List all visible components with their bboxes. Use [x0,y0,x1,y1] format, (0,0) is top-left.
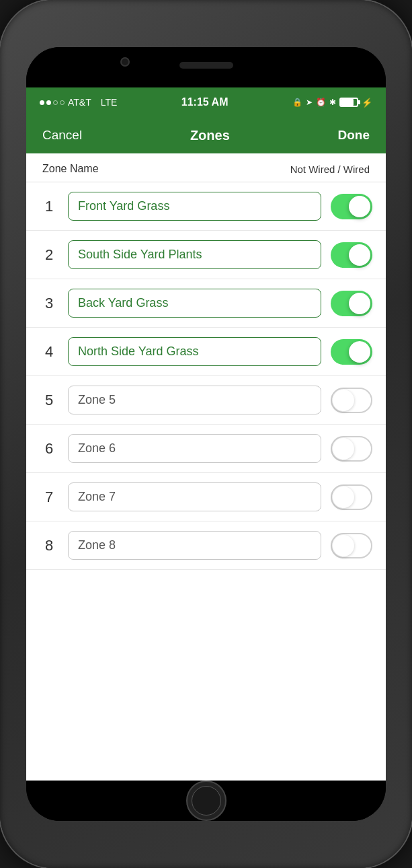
phone-bottom [26,781,386,821]
screen-area: AT&T LTE 11:15 AM 🔒 ➤ ⏰ ✱ ⚡ [26,47,386,821]
battery-indicator [339,98,358,107]
toggle-knob-2 [349,244,370,266]
phone-screen: AT&T LTE 11:15 AM 🔒 ➤ ⏰ ✱ ⚡ [26,87,386,781]
zone-number-6: 6 [40,440,58,458]
zone-number-7: 7 [40,489,58,506]
column-headers: Zone Name Not Wired / Wired [26,153,386,182]
zone-number-3: 3 [40,295,58,312]
home-button[interactable] [186,781,226,821]
zone-row-4: 4 [26,328,386,376]
zone-row-8: 8 [26,521,386,570]
zone-toggle-4[interactable] [331,339,372,365]
zone-name-input-1[interactable] [68,192,321,221]
zone-number-4: 4 [40,343,58,361]
zone-toggle-8[interactable] [331,533,372,558]
zone-toggle-1[interactable] [331,194,372,219]
zone-row-3: 3 [26,279,386,328]
cancel-button[interactable]: Cancel [40,122,85,148]
zone-toggle-5[interactable] [331,388,372,413]
zone-name-input-4[interactable] [68,337,321,366]
speaker [179,62,233,69]
zone-toggle-3[interactable] [331,291,372,316]
content-area: Zone Name Not Wired / Wired 12345678 [26,153,386,781]
bluetooth-icon: ✱ [329,98,336,107]
zone-number-2: 2 [40,246,58,264]
nav-bar: Cancel Zones Done [26,117,386,153]
lock-icon: 🔒 [292,98,302,107]
toggle-knob-1 [349,196,370,217]
zone-name-input-6[interactable] [68,434,321,463]
phone-top [26,47,386,87]
network-label: LTE [101,97,118,108]
zone-row-6: 6 [26,425,386,473]
zone-row-2: 2 [26,231,386,279]
carrier-label: AT&T [68,97,91,108]
zone-number-5: 5 [40,392,58,409]
zone-number-8: 8 [40,537,58,554]
zone-name-input-7[interactable] [68,482,321,511]
zone-name-input-3[interactable] [68,289,321,318]
signal-dot-1 [40,100,44,105]
zone-row-1: 1 [26,182,386,231]
phone-frame: AT&T LTE 11:15 AM 🔒 ➤ ⏰ ✱ ⚡ [0,0,412,868]
location-icon: ➤ [306,98,313,107]
toggle-knob-6 [333,438,354,460]
zone-toggle-2[interactable] [331,242,372,268]
home-button-inner [192,786,221,816]
col-wired-label: Not Wired / Wired [290,164,370,175]
signal-dot-4 [60,100,65,105]
zone-name-input-8[interactable] [68,531,321,560]
status-time: 11:15 AM [181,96,229,108]
zone-row-7: 7 [26,473,386,521]
status-right: 🔒 ➤ ⏰ ✱ ⚡ [292,98,372,108]
toggle-knob-3 [349,293,370,314]
zone-name-input-5[interactable] [68,386,321,414]
signal-dot-2 [46,100,51,105]
toggle-knob-8 [333,535,354,556]
zone-number-1: 1 [40,198,58,215]
signal-dot-3 [53,100,58,105]
zone-row-5: 5 [26,376,386,425]
battery-fill [341,99,354,106]
toggle-knob-5 [333,390,354,411]
zones-list: 12345678 [26,182,386,570]
signal-strength [40,100,65,105]
toggle-knob-4 [349,341,370,363]
done-button[interactable]: Done [335,122,373,148]
status-left: AT&T LTE [40,97,117,108]
status-bar: AT&T LTE 11:15 AM 🔒 ➤ ⏰ ✱ ⚡ [26,87,386,117]
camera [120,57,130,67]
col-zone-name-label: Zone Name [42,163,99,175]
nav-title: Zones [190,128,230,143]
zone-name-input-2[interactable] [68,240,321,269]
alarm-icon: ⏰ [316,98,326,107]
charging-icon: ⚡ [362,98,372,108]
zone-toggle-7[interactable] [331,484,372,510]
zone-toggle-6[interactable] [331,436,372,462]
toggle-knob-7 [333,486,354,508]
